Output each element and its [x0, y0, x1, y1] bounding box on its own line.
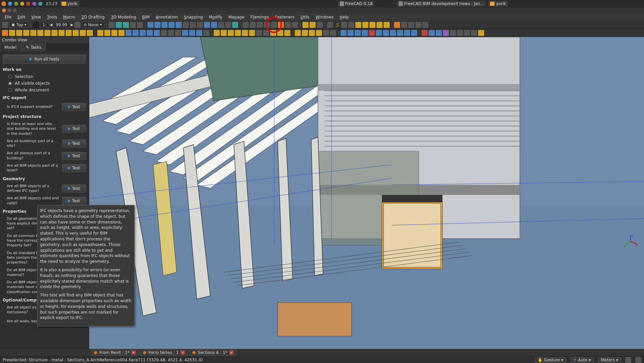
- tool-icon[interactable]: [464, 30, 470, 36]
- tool-icon[interactable]: S: [334, 22, 340, 28]
- tool-icon[interactable]: [264, 22, 270, 28]
- tool-icon[interactable]: [408, 22, 414, 28]
- tool-icon[interactable]: [197, 22, 203, 28]
- tool-icon[interactable]: [44, 30, 50, 36]
- maximize-icon[interactable]: [13, 8, 17, 12]
- tool-icon[interactable]: [284, 30, 290, 36]
- tool-icon[interactable]: [341, 30, 347, 36]
- tool-icon[interactable]: [369, 22, 375, 28]
- color-swatch[interactable]: [33, 22, 39, 28]
- close-icon[interactable]: ×: [181, 351, 185, 355]
- tool-icon[interactable]: [292, 22, 298, 28]
- tool-icon[interactable]: [278, 22, 284, 28]
- tool-icon[interactable]: [249, 30, 255, 36]
- tool-icon[interactable]: [384, 22, 390, 28]
- tool-icon[interactable]: [211, 22, 217, 28]
- tool-icon[interactable]: [429, 30, 435, 36]
- menu-3d-modeling[interactable]: 3D Modeling: [108, 14, 139, 20]
- tool-icon[interactable]: [204, 22, 210, 28]
- tool-icon[interactable]: [270, 30, 276, 36]
- test-button[interactable]: Test: [62, 164, 86, 172]
- test-button[interactable]: Test: [62, 139, 86, 148]
- line-mode[interactable]: 1:: [40, 22, 49, 28]
- tool-icon[interactable]: [169, 22, 175, 28]
- radio-whole-document[interactable]: Whole document: [1, 87, 87, 93]
- tool-icon[interactable]: [183, 22, 189, 28]
- tool-icon[interactable]: [189, 30, 195, 36]
- tool-icon[interactable]: [478, 30, 484, 36]
- tool-icon[interactable]: [302, 22, 309, 28]
- document-tab[interactable]: ⬢Sections A : 1*×: [189, 349, 237, 356]
- taskbar-item[interactable]: yorik: [60, 1, 80, 7]
- tool-icon[interactable]: [390, 30, 396, 36]
- taskbar-item[interactable]: FreeCAD 0.18: [338, 1, 375, 7]
- tab-model[interactable]: Model: [0, 43, 21, 51]
- tool-icon[interactable]: [256, 30, 262, 36]
- menu-flamingo[interactable]: Flamingo: [248, 14, 272, 20]
- tool-icon[interactable]: [190, 22, 196, 28]
- tool-icon[interactable]: [154, 22, 160, 28]
- menu-manage[interactable]: Manage: [226, 14, 247, 20]
- status-icon[interactable]: [635, 357, 641, 363]
- tool-icon[interactable]: [74, 22, 80, 28]
- tool-icon[interactable]: [154, 30, 160, 36]
- tool-icon[interactable]: [66, 30, 72, 36]
- tool-icon[interactable]: [123, 22, 129, 28]
- test-button[interactable]: Test: [62, 185, 86, 193]
- app-icon[interactable]: [32, 2, 36, 6]
- tool-icon[interactable]: [422, 30, 428, 36]
- menu-macro[interactable]: Macro: [60, 14, 78, 20]
- axis-gizmo[interactable]: x y z: [624, 235, 637, 248]
- app-icon[interactable]: [20, 2, 24, 6]
- tool-icon[interactable]: [317, 22, 323, 28]
- tool-icon[interactable]: [327, 22, 333, 28]
- taskbar-item[interactable]: yorik: [488, 1, 508, 7]
- document-tab[interactable]: ⬢Forro térreo : 1×: [140, 349, 188, 356]
- menu-bim[interactable]: BIM: [140, 14, 152, 20]
- menu-file[interactable]: File: [2, 14, 14, 20]
- tool-icon[interactable]: [97, 30, 103, 36]
- tool-icon[interactable]: [203, 30, 209, 36]
- menu-annotation[interactable]: Annotation: [153, 14, 181, 20]
- tool-icon[interactable]: [161, 30, 167, 36]
- run-all-tests-button[interactable]: Run all tests: [3, 54, 86, 64]
- tool-icon[interactable]: [9, 30, 15, 36]
- workbench-icon[interactable]: [2, 22, 8, 28]
- tool-icon[interactable]: [411, 30, 417, 36]
- tool-icon[interactable]: [30, 30, 36, 36]
- tool-icon[interactable]: [362, 22, 368, 28]
- menu-help[interactable]: Help: [337, 14, 351, 20]
- menu-tools[interactable]: Tools: [44, 14, 60, 20]
- activity-icon[interactable]: [1, 1, 6, 6]
- tool-icon[interactable]: [118, 30, 124, 36]
- tool-icon[interactable]: [133, 30, 139, 36]
- tool-icon[interactable]: [394, 22, 400, 28]
- close-icon[interactable]: ×: [229, 351, 234, 355]
- tool-icon[interactable]: [243, 22, 249, 28]
- tool-icon[interactable]: [355, 30, 361, 36]
- menu-snapping[interactable]: Snapping: [181, 14, 205, 20]
- tool-icon[interactable]: [323, 30, 329, 36]
- tool-icon[interactable]: [330, 30, 336, 36]
- tool-icon[interactable]: [175, 30, 181, 36]
- tool-icon[interactable]: [362, 30, 368, 36]
- tool-icon[interactable]: [355, 22, 361, 28]
- scale-input[interactable]: 99.99: [53, 22, 70, 28]
- tool-icon[interactable]: [436, 30, 442, 36]
- radio-all-visible[interactable]: All visible objects: [1, 80, 87, 87]
- tool-icon[interactable]: [316, 30, 322, 36]
- tool-icon[interactable]: [182, 30, 188, 36]
- tool-icon[interactable]: [242, 30, 248, 36]
- grid-icon[interactable]: [109, 22, 115, 28]
- units-selector[interactable]: Meters ▾: [598, 357, 621, 363]
- tool-icon[interactable]: [341, 22, 347, 28]
- menu-view[interactable]: View: [29, 14, 43, 20]
- tool-icon[interactable]: [126, 30, 132, 36]
- tool-icon[interactable]: [285, 22, 291, 28]
- auto-selector[interactable]: ✦ Auto ▾: [570, 357, 594, 363]
- minimize-icon[interactable]: [7, 8, 11, 12]
- tool-icon[interactable]: [137, 22, 143, 28]
- tool-icon[interactable]: [263, 30, 269, 36]
- tool-icon[interactable]: [130, 22, 136, 28]
- tool-icon[interactable]: [257, 22, 263, 28]
